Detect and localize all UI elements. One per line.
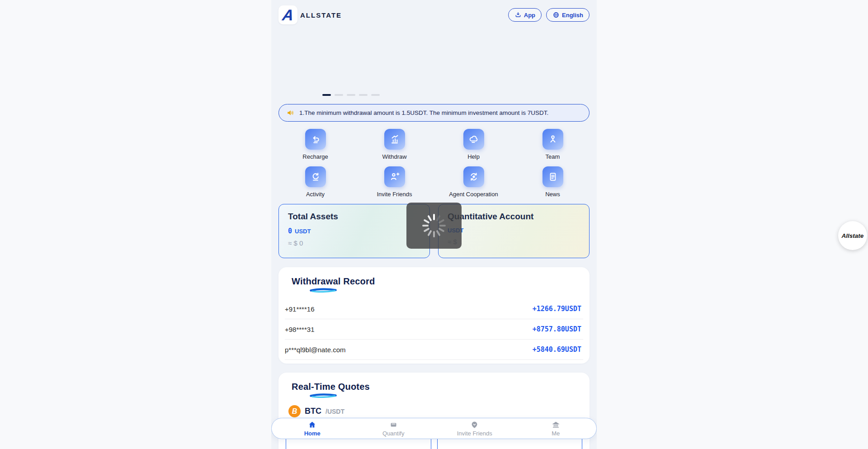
coin-pair: /USDT: [326, 408, 344, 415]
quick-actions-grid: Recharge Withdraw Help Team Activity Inv…: [271, 122, 597, 198]
withdrawal-row: +98****31 +8757.80USDT: [285, 319, 583, 340]
carousel-dot-active[interactable]: [322, 94, 331, 96]
action-label: News: [545, 191, 560, 198]
nav-label: Invite Friends: [457, 430, 492, 437]
withdrawal-row: p***ql9bl@nate.com +5840.69USDT: [285, 340, 583, 360]
download-icon: [514, 11, 522, 19]
action-label: Agent Cooperation: [449, 191, 498, 198]
total-assets-approx: ≈ $ 0: [288, 239, 420, 247]
invite-friends-icon: [389, 171, 401, 183]
quantitative-account-title: Quantitative Account: [448, 212, 580, 222]
recharge-icon: [310, 133, 321, 145]
agent-cooperation-icon: [468, 171, 480, 183]
invite-friends-nav-icon: [470, 421, 479, 429]
withdrawal-amount: +1266.79USDT: [533, 305, 581, 313]
action-label: Help: [467, 153, 480, 160]
speaker-icon: [286, 109, 295, 117]
activity-icon: [310, 171, 321, 183]
language-button-label: English: [562, 12, 583, 19]
action-help[interactable]: Help: [434, 129, 513, 160]
action-label: Withdraw: [382, 153, 406, 160]
withdrawal-record-card: Withdrawal Record +91****16 +1266.79USDT…: [278, 267, 590, 364]
header-actions: App English: [508, 8, 590, 22]
withdrawal-amount: +5840.69USDT: [533, 345, 581, 354]
news-icon: [547, 171, 559, 183]
withdrawal-account: p***ql9bl@nate.com: [285, 346, 345, 354]
header: A ALLSTATE App English: [271, 0, 597, 24]
home-icon: [308, 421, 316, 429]
quantitative-account-approx: ≈ $: [448, 238, 580, 246]
action-invite-friends[interactable]: Invite Friends: [355, 166, 434, 198]
app-viewport: A ALLSTATE App English: [271, 0, 597, 449]
brand-name: ALLSTATE: [300, 11, 342, 19]
logo-tile: A: [278, 5, 297, 24]
action-news[interactable]: News: [513, 166, 592, 198]
logo-letter: A: [281, 7, 294, 23]
app-button-label: App: [524, 12, 535, 19]
carousel-dot[interactable]: [335, 94, 343, 96]
coin-symbol: BTC: [305, 406, 321, 416]
nav-label: Home: [304, 430, 321, 437]
action-label: Recharge: [302, 153, 328, 160]
action-label: Team: [546, 153, 560, 160]
action-withdraw[interactable]: Withdraw: [355, 129, 434, 160]
withdrawal-amount: +8757.80USDT: [533, 325, 581, 333]
nav-me[interactable]: Me: [515, 421, 597, 437]
bitcoin-icon: B: [288, 405, 301, 417]
title-underline-scribble: [310, 393, 337, 398]
floating-badge-label: Allstate: [842, 232, 864, 239]
nav-label: Me: [552, 430, 560, 437]
announcement-text: 1.The minimum withdrawal amount is 1.5US…: [299, 109, 548, 116]
real-time-quotes-title: Real-Time Quotes: [292, 382, 583, 392]
action-agent-cooperation[interactable]: Agent Cooperation: [434, 166, 513, 198]
withdrawal-record-title: Withdrawal Record: [292, 276, 583, 287]
carousel-dot[interactable]: [359, 94, 368, 96]
carousel-banner[interactable]: [271, 24, 597, 98]
help-icon: [468, 133, 480, 145]
brand-logo: A ALLSTATE: [278, 5, 342, 24]
loading-overlay: [406, 203, 462, 249]
action-team[interactable]: Team: [513, 129, 592, 160]
action-activity[interactable]: Activity: [276, 166, 355, 198]
withdraw-icon: [389, 133, 401, 145]
carousel-dots: [322, 94, 380, 96]
nav-label: Quantify: [382, 430, 404, 437]
coin-pair-row: B BTC /USDT: [285, 405, 583, 417]
total-assets-title: Total Assets: [288, 212, 420, 222]
team-icon: [547, 133, 559, 145]
language-button[interactable]: English: [546, 8, 590, 22]
action-recharge[interactable]: Recharge: [276, 129, 355, 160]
floating-allstate-badge[interactable]: Allstate: [838, 221, 867, 250]
total-assets-currency: USDT: [295, 228, 311, 235]
carousel-dot[interactable]: [371, 94, 380, 96]
nav-invite-friends[interactable]: Invite Friends: [434, 421, 515, 437]
withdrawal-account: +98****31: [285, 326, 314, 333]
app-download-button[interactable]: App: [508, 8, 542, 22]
globe-icon: [552, 11, 560, 19]
me-icon: [552, 421, 560, 429]
nav-quantify[interactable]: Quantify: [353, 421, 434, 437]
total-assets-value: 0: [288, 227, 292, 235]
carousel-dot[interactable]: [347, 94, 355, 96]
nav-home[interactable]: Home: [272, 421, 353, 437]
bottom-nav: Home Quantify Invite Friends Me: [271, 418, 597, 439]
withdrawal-account: +91****16: [285, 305, 314, 313]
withdrawal-row: +91****16 +1266.79USDT: [285, 299, 583, 319]
announcement-bar[interactable]: 1.The minimum withdrawal amount is 1.5US…: [278, 104, 590, 122]
action-label: Activity: [306, 191, 325, 198]
spinner-icon: [422, 214, 446, 237]
action-label: Invite Friends: [377, 191, 412, 198]
title-underline-scribble: [310, 288, 337, 293]
quantify-icon: [389, 421, 398, 429]
